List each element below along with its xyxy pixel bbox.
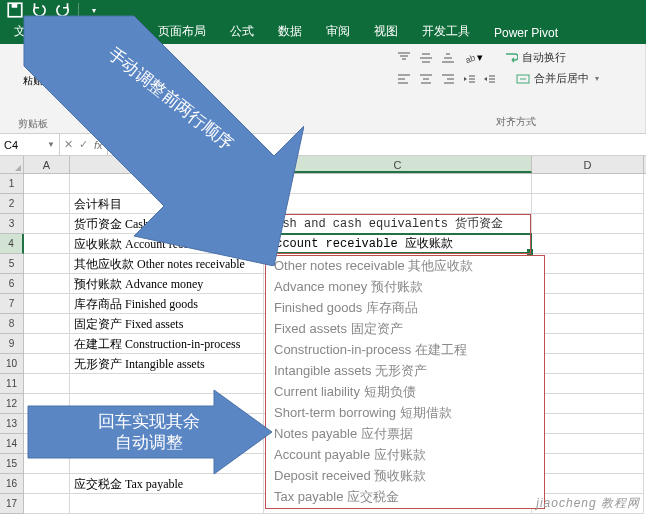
cell-active[interactable]: Account receivable 应收账款 xyxy=(264,234,532,254)
cell[interactable]: Cash and cash equivalents 货币资金 xyxy=(264,214,532,234)
suggestion-item[interactable]: Deposit received 预收账款 xyxy=(266,466,544,487)
cell[interactable]: 预付账款 Advance money xyxy=(70,274,264,294)
cell[interactable] xyxy=(70,394,264,414)
cell[interactable] xyxy=(532,414,644,434)
decrease-indent-button[interactable] xyxy=(460,71,478,87)
cell[interactable] xyxy=(532,174,644,194)
row-header[interactable]: 3 xyxy=(0,214,24,234)
tab-formulas[interactable]: 公式 xyxy=(218,19,266,44)
name-box[interactable]: C4 ▼ xyxy=(0,134,60,155)
cell[interactable] xyxy=(24,314,70,334)
row-header[interactable]: 9 xyxy=(0,334,24,354)
wrap-text-button[interactable]: 自动换行 xyxy=(498,48,572,67)
cell[interactable] xyxy=(70,174,264,194)
align-center-button[interactable] xyxy=(416,70,436,88)
cell[interactable] xyxy=(532,194,644,214)
column-header-b[interactable]: B xyxy=(70,156,264,173)
tab-file[interactable]: 文件 xyxy=(2,19,50,44)
suggestion-item[interactable]: Tax payable 应交税金 xyxy=(266,487,544,508)
cell[interactable] xyxy=(532,454,644,474)
align-middle-button[interactable] xyxy=(416,49,436,67)
cell[interactable] xyxy=(532,334,644,354)
cell[interactable] xyxy=(532,254,644,274)
row-header[interactable]: 16 xyxy=(0,474,24,494)
cell[interactable] xyxy=(532,314,644,334)
row-header[interactable]: 8 xyxy=(0,314,24,334)
formula-bar[interactable]: ount receivable 应收账款 xyxy=(108,134,646,155)
cell[interactable] xyxy=(24,354,70,374)
row-header[interactable]: 10 xyxy=(0,354,24,374)
suggestion-item[interactable]: Account payable 应付账款 xyxy=(266,445,544,466)
column-header-c[interactable]: C xyxy=(264,156,532,173)
tab-insert[interactable]: 插入 xyxy=(98,19,146,44)
cell[interactable] xyxy=(24,194,70,214)
cell[interactable] xyxy=(24,294,70,314)
column-header-d[interactable]: D xyxy=(532,156,644,173)
column-header-a[interactable]: A xyxy=(24,156,70,173)
align-bottom-button[interactable] xyxy=(438,49,458,67)
tab-view[interactable]: 视图 xyxy=(362,19,410,44)
row-header[interactable]: 12 xyxy=(0,394,24,414)
row-header[interactable]: 13 xyxy=(0,414,24,434)
cell[interactable] xyxy=(24,254,70,274)
align-left-button[interactable] xyxy=(394,70,414,88)
fx-icon[interactable]: fx xyxy=(94,139,103,151)
suggestion-item[interactable]: Construction-in-process 在建工程 xyxy=(266,340,544,361)
cell[interactable] xyxy=(24,274,70,294)
cell[interactable]: 库存商品 Finished goods xyxy=(70,294,264,314)
row-header[interactable]: 6 xyxy=(0,274,24,294)
undo-icon[interactable] xyxy=(30,2,48,18)
tab-data[interactable]: 数据 xyxy=(266,19,314,44)
worksheet-grid[interactable]: A B C D 1 2会计科目 3货币资金 Cash and cash equi… xyxy=(0,156,646,516)
tab-review[interactable]: 审阅 xyxy=(314,19,362,44)
row-header[interactable]: 11 xyxy=(0,374,24,394)
suggestion-item[interactable]: Other notes receivable 其他应收款 xyxy=(266,256,544,277)
merge-center-button[interactable]: 合并后居中 ▾ xyxy=(510,69,605,88)
cell[interactable]: 应收账款 Account receivable xyxy=(70,234,264,254)
row-header[interactable]: 15 xyxy=(0,454,24,474)
cell[interactable] xyxy=(532,374,644,394)
cell[interactable] xyxy=(532,474,644,494)
name-box-dropdown-icon[interactable]: ▼ xyxy=(47,140,55,149)
align-top-button[interactable] xyxy=(394,49,414,67)
cell[interactable] xyxy=(532,434,644,454)
cell[interactable] xyxy=(24,414,70,434)
suggestion-item[interactable]: Notes payable 应付票据 xyxy=(266,424,544,445)
increase-indent-button[interactable] xyxy=(480,71,498,87)
cancel-icon[interactable]: ✕ xyxy=(64,138,73,151)
cell[interactable] xyxy=(532,394,644,414)
suggestion-item[interactable]: Fixed assets 固定资产 xyxy=(266,319,544,340)
cell[interactable]: 无形资产 Intangible assets xyxy=(70,354,264,374)
cell[interactable] xyxy=(532,234,644,254)
cell[interactable] xyxy=(24,214,70,234)
cell[interactable] xyxy=(24,374,70,394)
cell[interactable]: 货币资金 Cash and cash equivalents xyxy=(70,214,264,234)
cell[interactable] xyxy=(70,374,264,394)
cell[interactable] xyxy=(24,494,70,514)
cell[interactable] xyxy=(532,494,644,514)
cell[interactable] xyxy=(24,434,70,454)
suggestion-item[interactable]: Short-term borrowing 短期借款 xyxy=(266,403,544,424)
tab-powerpivot[interactable]: Power Pivot xyxy=(482,22,570,44)
cell[interactable] xyxy=(70,434,264,454)
cell[interactable] xyxy=(532,214,644,234)
enter-icon[interactable]: ✓ xyxy=(79,138,88,151)
tab-developer[interactable]: 开发工具 xyxy=(410,19,482,44)
cell[interactable] xyxy=(24,234,70,254)
cell[interactable]: 固定资产 Fixed assets xyxy=(70,314,264,334)
save-icon[interactable] xyxy=(6,2,24,18)
cell[interactable] xyxy=(24,394,70,414)
redo-icon[interactable] xyxy=(54,2,72,18)
suggestion-item[interactable]: Current liability 短期负债 xyxy=(266,382,544,403)
row-header[interactable]: 2 xyxy=(0,194,24,214)
qat-customize-icon[interactable]: ▾ xyxy=(85,2,103,18)
row-header[interactable]: 17 xyxy=(0,494,24,514)
cell[interactable]: 应交税金 Tax payable xyxy=(70,474,264,494)
cell[interactable] xyxy=(532,294,644,314)
row-header[interactable]: 5 xyxy=(0,254,24,274)
cell[interactable] xyxy=(70,454,264,474)
tab-pagelayout[interactable]: 页面布局 xyxy=(146,19,218,44)
cell[interactable] xyxy=(264,194,532,214)
cell[interactable]: 会计科目 xyxy=(70,194,264,214)
cell[interactable] xyxy=(70,414,264,434)
